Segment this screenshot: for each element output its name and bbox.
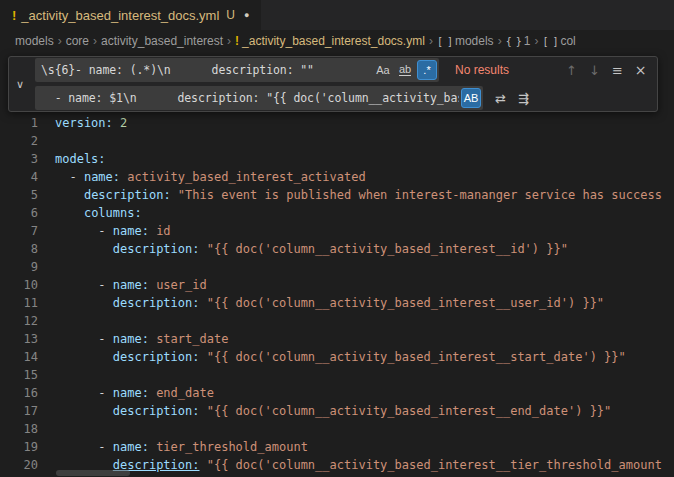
- find-in-selection-button[interactable]: ≡: [607, 60, 628, 81]
- breadcrumb-item[interactable]: { }1: [506, 34, 531, 48]
- editor-tabs-bar: ! _activity_based_interest_docs.yml U ●: [0, 0, 674, 30]
- code-text: description: "{{ doc('column__activity_b…: [55, 402, 611, 420]
- code-text: description: "{{ doc('column__activity_b…: [55, 294, 604, 312]
- breadcrumb-separator-icon: ›: [534, 34, 538, 48]
- line-number: 2: [0, 132, 38, 150]
- object-symbol-icon: { }: [506, 36, 521, 47]
- code-text: models:: [55, 150, 106, 168]
- tab-filename: _activity_based_interest_docs.yml: [21, 8, 219, 23]
- whole-word-toggle[interactable]: ab: [395, 60, 415, 80]
- code-line[interactable]: 19 - name: tier_threshold_amount: [0, 438, 674, 456]
- code-text: - name: id: [55, 222, 171, 240]
- toggle-replace-chevron-icon[interactable]: ∨: [9, 57, 31, 111]
- code-text: description: "{{ doc('column__activity_b…: [55, 456, 662, 474]
- replace-input-value[interactable]: - name: $1\n description: "{{ doc('colum…: [41, 91, 459, 105]
- previous-match-button[interactable]: ↑: [561, 60, 582, 81]
- line-number: 11: [0, 294, 38, 312]
- code-text: - name: user_id: [55, 276, 207, 294]
- line-number: 3: [0, 150, 38, 168]
- match-case-toggle[interactable]: Aa: [373, 60, 393, 80]
- tab-activity-based-interest-docs[interactable]: ! _activity_based_interest_docs.yml U ●: [0, 0, 261, 30]
- regex-toggle[interactable]: .*: [417, 60, 437, 80]
- breadcrumb-label: models: [15, 34, 54, 48]
- line-number: 5: [0, 186, 38, 204]
- breadcrumb: models›core›activity_based_interest›!_ac…: [0, 30, 674, 52]
- array-symbol-icon: [ ]: [542, 36, 557, 47]
- preserve-case-toggle[interactable]: AB: [461, 88, 481, 108]
- code-line[interactable]: 15: [0, 366, 674, 384]
- find-widget: ∨ \s{6}- name: (.*)\n description: "" Aa…: [8, 56, 658, 112]
- dirty-indicator-icon[interactable]: ●: [244, 10, 249, 20]
- breadcrumb-item[interactable]: models: [15, 34, 54, 48]
- breadcrumb-label: 1: [524, 34, 531, 48]
- code-line[interactable]: 3models:: [0, 150, 674, 168]
- warning-icon: !: [12, 8, 16, 23]
- code-text: - name: activity_based_interest_activate…: [55, 168, 366, 186]
- breadcrumb-separator-icon: ›: [498, 34, 502, 48]
- line-number: 14: [0, 348, 38, 366]
- match-case-icon: Aa: [376, 64, 389, 76]
- preserve-case-icon: AB: [464, 92, 479, 104]
- breadcrumb-separator-icon: ›: [227, 34, 231, 48]
- breadcrumb-separator-icon: ›: [93, 34, 97, 48]
- regex-icon: .*: [423, 64, 430, 76]
- editor[interactable]: 1version: 223models:4 - name: activity_b…: [0, 114, 674, 477]
- code-line[interactable]: 11 description: "{{ doc('column__activit…: [0, 294, 674, 312]
- line-number: 13: [0, 330, 38, 348]
- line-number: 10: [0, 276, 38, 294]
- array-symbol-icon: [ ]: [437, 36, 452, 47]
- code-line[interactable]: 17 description: "{{ doc('column__activit…: [0, 402, 674, 420]
- line-number: 12: [0, 312, 38, 330]
- line-number: 8: [0, 240, 38, 258]
- code-line[interactable]: 9: [0, 258, 674, 276]
- code-line[interactable]: 6 columns:: [0, 204, 674, 222]
- close-find-widget-button[interactable]: ×: [630, 60, 651, 81]
- line-number: 1: [0, 114, 38, 132]
- code-text: columns:: [55, 204, 142, 222]
- code-line[interactable]: 1version: 2: [0, 114, 674, 132]
- replace-input[interactable]: - name: $1\n description: "{{ doc('colum…: [35, 86, 483, 110]
- code-line[interactable]: 8 description: "{{ doc('column__activity…: [0, 240, 674, 258]
- breadcrumb-item[interactable]: [ ]models: [437, 34, 494, 48]
- code-line[interactable]: 4 - name: activity_based_interest_activa…: [0, 168, 674, 186]
- code-line[interactable]: 13 - name: start_date: [0, 330, 674, 348]
- find-row: \s{6}- name: (.*)\n description: "" Aa a…: [35, 58, 651, 82]
- replace-button[interactable]: ⇄: [490, 88, 511, 109]
- line-number: 18: [0, 420, 38, 438]
- replace-all-button[interactable]: ⇶: [513, 88, 534, 109]
- code-line[interactable]: 10 - name: user_id: [0, 276, 674, 294]
- breadcrumb-label: models: [455, 34, 494, 48]
- code-text: - name: start_date: [55, 330, 228, 348]
- replace-row: - name: $1\n description: "{{ doc('colum…: [35, 86, 651, 110]
- breadcrumb-item[interactable]: core: [66, 34, 89, 48]
- code-line[interactable]: 14 description: "{{ doc('column__activit…: [0, 348, 674, 366]
- breadcrumb-separator-icon: ›: [429, 34, 433, 48]
- code-line[interactable]: 2: [0, 132, 674, 150]
- breadcrumb-separator-icon: ›: [58, 34, 62, 48]
- code-text: description: "This event is published wh…: [55, 186, 662, 204]
- find-widget-rows: \s{6}- name: (.*)\n description: "" Aa a…: [35, 58, 651, 110]
- line-number: 9: [0, 258, 38, 276]
- line-number: 19: [0, 438, 38, 456]
- find-input[interactable]: \s{6}- name: (.*)\n description: "" Aa a…: [35, 58, 439, 82]
- code-line[interactable]: 7 - name: id: [0, 222, 674, 240]
- line-number: 17: [0, 402, 38, 420]
- code-text: - name: tier_threshold_amount: [55, 438, 308, 456]
- line-number: 20: [0, 456, 38, 474]
- line-number: 15: [0, 366, 38, 384]
- find-input-value[interactable]: \s{6}- name: (.*)\n description: "": [41, 63, 371, 77]
- breadcrumb-item[interactable]: [ ]col: [542, 34, 575, 48]
- code-line[interactable]: 16 - name: end_date: [0, 384, 674, 402]
- breadcrumb-item[interactable]: !_activity_based_interest_docs.yml: [235, 34, 425, 48]
- whole-word-icon: ab: [399, 64, 411, 76]
- warning-icon: !: [235, 34, 239, 48]
- code-line[interactable]: 18: [0, 420, 674, 438]
- code-line[interactable]: 5 description: "This event is published …: [0, 186, 674, 204]
- next-match-button[interactable]: ↓: [584, 60, 605, 81]
- code-line[interactable]: 12: [0, 312, 674, 330]
- breadcrumb-item[interactable]: activity_based_interest: [101, 34, 223, 48]
- code-text: description: "{{ doc('column__activity_b…: [55, 348, 626, 366]
- line-number: 16: [0, 384, 38, 402]
- horizontal-scrollbar-thumb[interactable]: [56, 470, 130, 476]
- breadcrumb-label: core: [66, 34, 89, 48]
